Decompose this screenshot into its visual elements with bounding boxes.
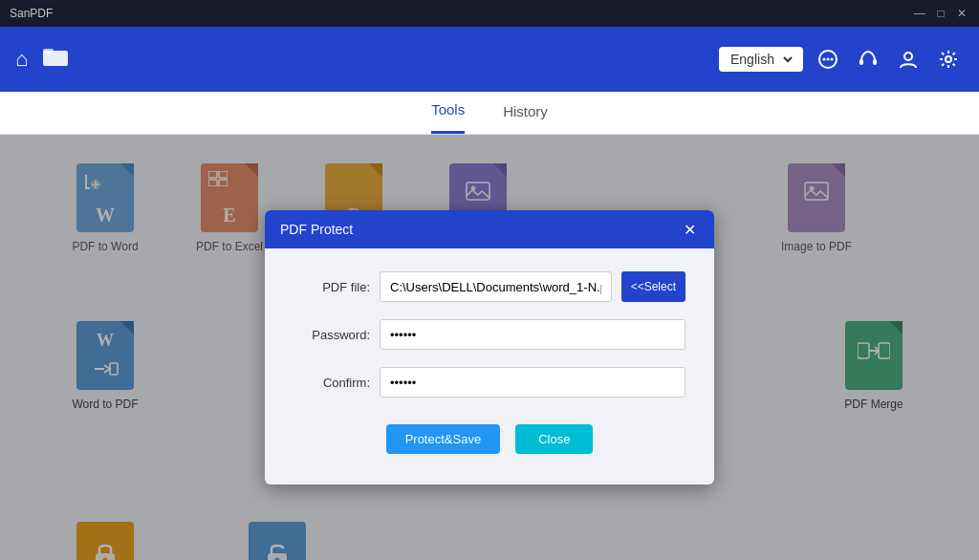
protect-save-button[interactable]: Protect&Save (386, 424, 501, 454)
toolbar-left: ⌂ (15, 46, 68, 73)
window-controls: — □ ✕ (912, 6, 969, 21)
svg-point-4 (827, 58, 830, 61)
language-selector[interactable]: English Chinese French Spanish (719, 47, 803, 72)
maximize-button[interactable]: □ (933, 6, 948, 21)
app-title: SanPDF (10, 7, 53, 20)
confirm-field: Confirm: (294, 367, 685, 398)
dialog-overlay: PDF Protect ✕ PDF file: <<Select Passwor… (0, 135, 979, 560)
folder-icon[interactable] (43, 46, 68, 73)
toolbar-right: English Chinese French Spanish (719, 44, 964, 75)
language-dropdown[interactable]: English Chinese French Spanish (727, 51, 795, 68)
close-window-button[interactable]: ✕ (954, 6, 969, 21)
dialog-close-button[interactable]: ✕ (680, 220, 699, 239)
password-field: Password: (294, 319, 685, 350)
svg-rect-6 (859, 59, 863, 65)
toolbar: ⌂ English Chinese French Spanish (0, 27, 979, 92)
headset-icon[interactable] (853, 44, 883, 75)
minimize-button[interactable]: — (912, 6, 927, 21)
select-file-button[interactable]: <<Select (621, 271, 685, 302)
svg-point-3 (823, 58, 826, 61)
svg-point-9 (946, 56, 951, 62)
dialog-actions: Protect&Save Close (294, 415, 685, 462)
tab-history[interactable]: History (503, 92, 548, 134)
user-icon[interactable] (893, 44, 924, 75)
svg-point-5 (831, 58, 834, 61)
close-dialog-button[interactable]: Close (515, 424, 593, 454)
svg-point-8 (904, 53, 912, 60)
pdf-file-label: PDF file: (294, 280, 370, 294)
pdf-protect-dialog: PDF Protect ✕ PDF file: <<Select Passwor… (265, 210, 714, 485)
svg-rect-7 (873, 59, 877, 65)
dialog-title: PDF Protect (280, 222, 353, 237)
titlebar: SanPDF — □ ✕ (0, 0, 979, 27)
confirm-input[interactable] (380, 367, 685, 398)
confirm-label: Confirm: (294, 376, 370, 390)
password-label: Password: (294, 328, 370, 342)
dialog-header: PDF Protect ✕ (265, 210, 714, 248)
settings-icon[interactable] (933, 44, 964, 75)
tab-tools[interactable]: Tools (431, 92, 465, 134)
pdf-file-input[interactable] (380, 271, 612, 302)
dialog-body: PDF file: <<Select Password: Confirm: Pr… (265, 248, 714, 485)
nav-tabs: Tools History (0, 92, 979, 135)
home-icon[interactable]: ⌂ (15, 47, 28, 72)
password-input[interactable] (380, 319, 685, 350)
pdf-file-field: PDF file: <<Select (294, 271, 685, 302)
main-content: W PDF to Word E (0, 135, 979, 560)
chat-icon[interactable] (813, 44, 843, 75)
svg-rect-1 (43, 49, 54, 54)
